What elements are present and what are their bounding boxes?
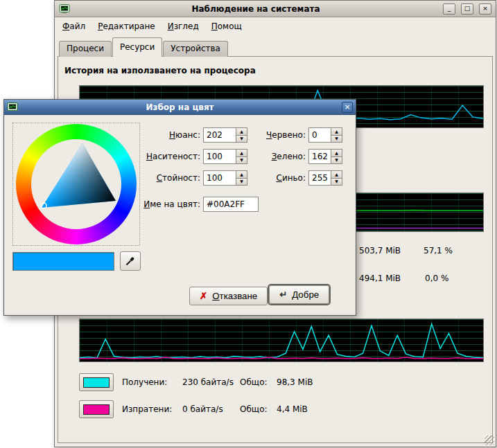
sent-color-swatch (83, 404, 110, 415)
red-input[interactable] (308, 127, 331, 143)
resize-grip[interactable] (485, 436, 494, 445)
red-spin-up-icon[interactable]: ▲ (331, 127, 342, 136)
received-total-label: Общо: (240, 377, 268, 387)
ok-enter-icon: ↵ (279, 289, 287, 300)
eyedropper-icon (125, 256, 136, 267)
window-title: Наблюдение на системата (74, 4, 437, 14)
dialog-icon (7, 102, 18, 113)
menu-file[interactable]: Файл (56, 19, 91, 33)
blue-spin-down-icon[interactable]: ▼ (331, 179, 342, 186)
dialog-close-button[interactable]: × (342, 102, 353, 113)
value-label: Стойност: (108, 173, 200, 183)
green-spin-down-icon[interactable]: ▼ (331, 157, 342, 165)
tabstrip: Процеси Ресурси Устройства (59, 37, 229, 57)
cancel-x-icon: ✗ (200, 291, 207, 301)
maximize-button[interactable]: □ (461, 3, 473, 15)
hsv-wheel[interactable] (12, 123, 140, 246)
red-spin-down-icon[interactable]: ▼ (331, 136, 342, 143)
blue-spin-up-icon[interactable]: ▲ (331, 170, 342, 179)
sent-rate: 0 байта/s (182, 404, 223, 414)
color-picker-dialog: Избор на цвят × (3, 99, 356, 316)
swap-used-value: 494,1 MiB (359, 274, 401, 283)
red-spinbox: ▲ ▼ (308, 127, 342, 143)
sent-color-button[interactable] (79, 400, 114, 418)
received-rate: 230 байта/s (182, 377, 234, 387)
dialog-titlebar[interactable]: Избор на цвят × (4, 100, 356, 115)
blue-spinbox: ▲ ▼ (308, 170, 342, 186)
sv-triangle[interactable] (13, 123, 141, 247)
green-label: Зелено: (229, 152, 306, 161)
desktop: Наблюдение на системата _ □ × Файл Редак… (0, 0, 497, 448)
menu-edit[interactable]: Редактиране (91, 19, 162, 33)
green-input[interactable] (308, 149, 331, 164)
saturation-label: Наситеност: (108, 152, 200, 161)
hue-label: Нюанс: (108, 130, 200, 140)
dialog-title: Избор на цвят (21, 102, 338, 112)
main-titlebar[interactable]: Наблюдение на системата _ □ × (55, 1, 496, 17)
sent-label: Изпратени: (122, 404, 172, 414)
sent-total: 4,4 MiB (277, 404, 308, 414)
app-icon (59, 3, 70, 15)
color-preview-swatch (12, 252, 114, 271)
ok-button[interactable]: ↵ Добре (269, 285, 329, 304)
memory-used-value: 503,7 MiB (359, 246, 401, 256)
blue-label: Синьо: (229, 173, 306, 183)
close-button[interactable]: × (479, 3, 491, 15)
swap-used-percent: 0,0 % (425, 274, 448, 283)
tab-devices[interactable]: Устройства (163, 41, 228, 57)
memory-used-percent: 57,1 % (424, 246, 453, 256)
cancel-button[interactable]: ✗ Отказване (189, 287, 268, 305)
green-spinbox: ▲ ▼ (308, 149, 342, 164)
received-color-swatch (83, 377, 110, 388)
received-total: 98,3 MiB (277, 377, 313, 387)
network-history-chart (79, 319, 484, 362)
color-name-input[interactable] (203, 197, 259, 212)
eyedropper-button[interactable] (120, 251, 141, 271)
menu-view[interactable]: Изглед (162, 19, 205, 33)
cpu-section-title: История на използването на процесора (64, 66, 256, 75)
sent-total-label: Общо: (240, 404, 268, 414)
tab-processes[interactable]: Процеси (59, 41, 112, 57)
received-color-button[interactable] (79, 373, 114, 391)
red-label: Червено: (229, 130, 306, 140)
ok-button-default-ring: ↵ Добре (268, 284, 331, 305)
minimize-button[interactable]: _ (443, 3, 455, 15)
blue-input[interactable] (308, 170, 331, 186)
menubar: Файл Редактиране Изглед Помощ (56, 19, 494, 34)
menu-help[interactable]: Помощ (205, 19, 248, 33)
received-label: Получени: (122, 377, 167, 387)
tab-resources[interactable]: Ресурси (112, 37, 162, 57)
green-spin-up-icon[interactable]: ▲ (331, 149, 342, 157)
color-name-label: Име на цвят: (108, 199, 200, 209)
